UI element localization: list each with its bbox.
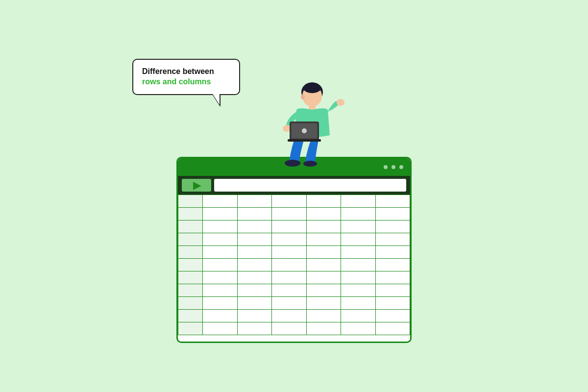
table-cell <box>341 322 376 335</box>
table-cell <box>272 208 307 220</box>
row-header <box>178 246 203 259</box>
table-cell <box>341 259 376 271</box>
table-row <box>178 233 410 246</box>
table-row <box>178 246 410 259</box>
table-cell <box>237 233 272 246</box>
table-row <box>178 220 410 233</box>
table-cell <box>272 195 307 208</box>
window-dot-3 <box>399 165 403 169</box>
table-cell <box>341 233 376 246</box>
arrow-icon: ▶ <box>193 179 200 191</box>
table-cell <box>375 195 410 208</box>
spreadsheet-window: ▶ <box>176 157 412 343</box>
table-cell <box>237 322 272 335</box>
table-cell <box>306 322 341 335</box>
table-cell <box>375 271 410 284</box>
window-dot-1 <box>384 165 388 169</box>
svg-point-2 <box>303 83 321 93</box>
table-cell <box>272 297 307 310</box>
row-header <box>178 233 203 246</box>
person-illustration <box>272 81 350 181</box>
svg-rect-4 <box>309 105 316 110</box>
row-header <box>178 259 203 271</box>
speech-bubble: Difference between rows and columns <box>132 59 240 95</box>
table-cell <box>306 310 341 322</box>
table-cell <box>237 195 272 208</box>
row-header <box>178 208 203 220</box>
table-cell <box>272 220 307 233</box>
table-cell <box>341 284 376 297</box>
table-cell <box>272 233 307 246</box>
table-row <box>178 208 410 220</box>
table-cell <box>306 259 341 271</box>
table-cell <box>203 259 238 271</box>
table-cell <box>375 246 410 259</box>
table-cell <box>375 220 410 233</box>
spreadsheet-grid <box>178 195 410 335</box>
table-cell <box>341 310 376 322</box>
table-cell <box>375 284 410 297</box>
table-cell <box>341 246 376 259</box>
table-row <box>178 322 410 335</box>
bubble-line2: rows and columns <box>142 77 211 86</box>
table-cell <box>341 271 376 284</box>
table-cell <box>203 220 238 233</box>
table-cell <box>203 195 238 208</box>
table-cell <box>203 233 238 246</box>
table-cell <box>306 246 341 259</box>
table-cell <box>306 297 341 310</box>
table-cell <box>203 208 238 220</box>
table-cell <box>375 233 410 246</box>
table-cell <box>375 208 410 220</box>
row-header <box>178 322 203 335</box>
table-cell <box>341 220 376 233</box>
bubble-line1: Difference between <box>142 67 214 75</box>
table-row <box>178 310 410 322</box>
svg-point-6 <box>283 125 291 132</box>
table-cell <box>341 208 376 220</box>
svg-point-3 <box>301 95 305 99</box>
table-cell <box>341 195 376 208</box>
row-header <box>178 310 203 322</box>
table-row <box>178 259 410 271</box>
table-cell <box>237 297 272 310</box>
row-header <box>178 284 203 297</box>
table-cell <box>272 322 307 335</box>
table-cell <box>237 271 272 284</box>
table-cell <box>306 271 341 284</box>
table-cell <box>203 246 238 259</box>
cell-reference: ▶ <box>182 179 211 192</box>
table-cell <box>237 284 272 297</box>
svg-point-12 <box>302 128 307 133</box>
svg-point-8 <box>303 161 317 167</box>
table-cell <box>237 246 272 259</box>
row-header <box>178 220 203 233</box>
table-cell <box>306 208 341 220</box>
table-row <box>178 297 410 310</box>
window-dot-2 <box>392 165 395 169</box>
svg-point-7 <box>285 160 300 167</box>
table-cell <box>237 208 272 220</box>
table-cell <box>306 220 341 233</box>
table-row <box>178 284 410 297</box>
table-cell <box>272 284 307 297</box>
table-cell <box>203 310 238 322</box>
table-cell <box>237 220 272 233</box>
table-row <box>178 195 410 208</box>
table-cell <box>341 297 376 310</box>
row-header <box>178 271 203 284</box>
table-cell <box>203 284 238 297</box>
row-header <box>178 297 203 310</box>
row-header <box>178 195 203 208</box>
table-cell <box>272 246 307 259</box>
table-cell <box>375 297 410 310</box>
main-scene: Difference between rows and columns <box>122 49 466 343</box>
table-cell <box>272 259 307 271</box>
table-cell <box>375 322 410 335</box>
grid-container <box>178 195 410 335</box>
svg-point-5 <box>337 99 344 106</box>
table-cell <box>306 233 341 246</box>
table-cell <box>272 310 307 322</box>
table-cell <box>306 284 341 297</box>
table-cell <box>237 310 272 322</box>
